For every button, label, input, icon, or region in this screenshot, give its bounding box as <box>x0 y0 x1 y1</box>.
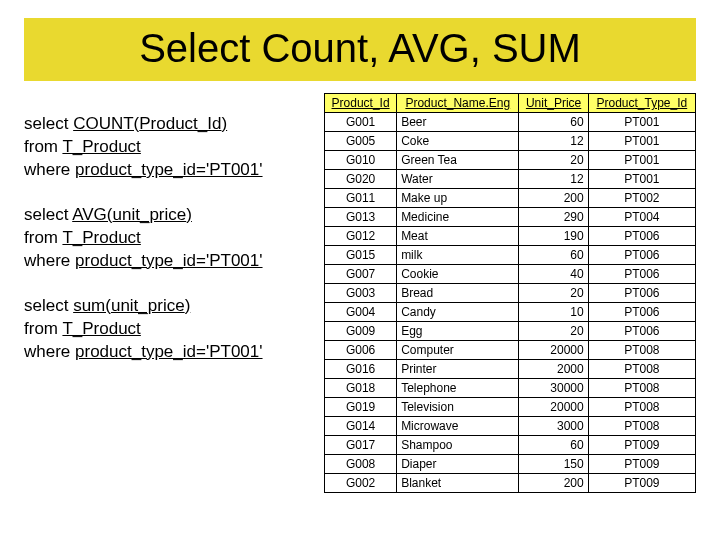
table-cell: 60 <box>519 113 588 132</box>
table-cell: PT006 <box>588 284 695 303</box>
table-row: G006Computer20000PT008 <box>325 341 696 360</box>
table-cell: 60 <box>519 246 588 265</box>
table-cell: G010 <box>325 151 397 170</box>
table-cell: G017 <box>325 436 397 455</box>
table-cell: Shampoo <box>397 436 519 455</box>
col-product-type: Product_Type_Id <box>588 94 695 113</box>
table-cell: 290 <box>519 208 588 227</box>
col-unit-price: Unit_Price <box>519 94 588 113</box>
col-product-id: Product_Id <box>325 94 397 113</box>
table-header-row: Product_Id Product_Name.Eng Unit_Price P… <box>325 94 696 113</box>
table-cell: Blanket <box>397 474 519 493</box>
table-cell: PT001 <box>588 151 695 170</box>
table-row: G002Blanket200PT009 <box>325 474 696 493</box>
table-cell: PT006 <box>588 265 695 284</box>
table-cell: G020 <box>325 170 397 189</box>
query-sum: select sum(unit_price) from T_Product wh… <box>24 295 324 364</box>
table-cell: 150 <box>519 455 588 474</box>
query-line: select COUNT(Product_Id) <box>24 113 324 136</box>
table-cell: Candy <box>397 303 519 322</box>
table-cell: Microwave <box>397 417 519 436</box>
col-product-name: Product_Name.Eng <box>397 94 519 113</box>
table-cell: 20000 <box>519 341 588 360</box>
table-cell: Make up <box>397 189 519 208</box>
table-row: G015milk60PT006 <box>325 246 696 265</box>
query-avg: select AVG(unit_price) from T_Product wh… <box>24 204 324 273</box>
table-cell: 12 <box>519 170 588 189</box>
table-cell: G016 <box>325 360 397 379</box>
table-cell: PT001 <box>588 170 695 189</box>
table-cell: PT004 <box>588 208 695 227</box>
table-row: G017Shampoo60PT009 <box>325 436 696 455</box>
table-cell: Telephone <box>397 379 519 398</box>
table-row: G018Telephone30000PT008 <box>325 379 696 398</box>
table-cell: G015 <box>325 246 397 265</box>
table-cell: 40 <box>519 265 588 284</box>
table-cell: G012 <box>325 227 397 246</box>
table-cell: G009 <box>325 322 397 341</box>
table-row: G004Candy10PT006 <box>325 303 696 322</box>
table-cell: G008 <box>325 455 397 474</box>
query-count: select COUNT(Product_Id) from T_Product … <box>24 113 324 182</box>
table-cell: 12 <box>519 132 588 151</box>
table-cell: 20000 <box>519 398 588 417</box>
table-cell: 190 <box>519 227 588 246</box>
table-cell: PT001 <box>588 113 695 132</box>
table-cell: PT008 <box>588 379 695 398</box>
table-cell: milk <box>397 246 519 265</box>
table-cell: G013 <box>325 208 397 227</box>
table-row: G008Diaper150PT009 <box>325 455 696 474</box>
query-line: from T_Product <box>24 318 324 341</box>
table-cell: G001 <box>325 113 397 132</box>
table-cell: Meat <box>397 227 519 246</box>
table-cell: G002 <box>325 474 397 493</box>
table-row: G005Coke12PT001 <box>325 132 696 151</box>
table-cell: 10 <box>519 303 588 322</box>
table-cell: G019 <box>325 398 397 417</box>
table-cell: G007 <box>325 265 397 284</box>
table-row: G009Egg20PT006 <box>325 322 696 341</box>
table-cell: G003 <box>325 284 397 303</box>
table-cell: G004 <box>325 303 397 322</box>
table-cell: PT008 <box>588 360 695 379</box>
table-cell: PT006 <box>588 227 695 246</box>
table-cell: 200 <box>519 474 588 493</box>
table-cell: PT008 <box>588 398 695 417</box>
table-cell: PT006 <box>588 303 695 322</box>
table-row: G013Medicine290PT004 <box>325 208 696 227</box>
table-cell: G014 <box>325 417 397 436</box>
table-cell: Diaper <box>397 455 519 474</box>
table-cell: Medicine <box>397 208 519 227</box>
table-cell: 20 <box>519 322 588 341</box>
table-cell: Coke <box>397 132 519 151</box>
query-line: where product_type_id='PT001' <box>24 250 324 273</box>
query-line: where product_type_id='PT001' <box>24 341 324 364</box>
table-cell: Television <box>397 398 519 417</box>
table-cell: 200 <box>519 189 588 208</box>
table-row: G014Microwave3000PT008 <box>325 417 696 436</box>
table-cell: PT009 <box>588 455 695 474</box>
table-cell: PT008 <box>588 341 695 360</box>
table-cell: 20 <box>519 284 588 303</box>
table-row: G019Television20000PT008 <box>325 398 696 417</box>
table-cell: 2000 <box>519 360 588 379</box>
table-row: G020Water12PT001 <box>325 170 696 189</box>
table-cell: G006 <box>325 341 397 360</box>
table-cell: 60 <box>519 436 588 455</box>
query-line: select sum(unit_price) <box>24 295 324 318</box>
table-cell: Water <box>397 170 519 189</box>
table-cell: PT008 <box>588 417 695 436</box>
table-row: G016Printer2000PT008 <box>325 360 696 379</box>
table-row: G001Beer60PT001 <box>325 113 696 132</box>
query-line: select AVG(unit_price) <box>24 204 324 227</box>
table-column: Product_Id Product_Name.Eng Unit_Price P… <box>324 91 696 493</box>
slide-title-bar: Select Count, AVG, SUM <box>24 18 696 81</box>
table-cell: PT006 <box>588 246 695 265</box>
table-cell: Egg <box>397 322 519 341</box>
slide-content: select COUNT(Product_Id) from T_Product … <box>0 91 720 493</box>
slide-title: Select Count, AVG, SUM <box>24 26 696 71</box>
table-cell: G011 <box>325 189 397 208</box>
table-cell: Printer <box>397 360 519 379</box>
table-row: G011Make up200PT002 <box>325 189 696 208</box>
query-line: from T_Product <box>24 227 324 250</box>
